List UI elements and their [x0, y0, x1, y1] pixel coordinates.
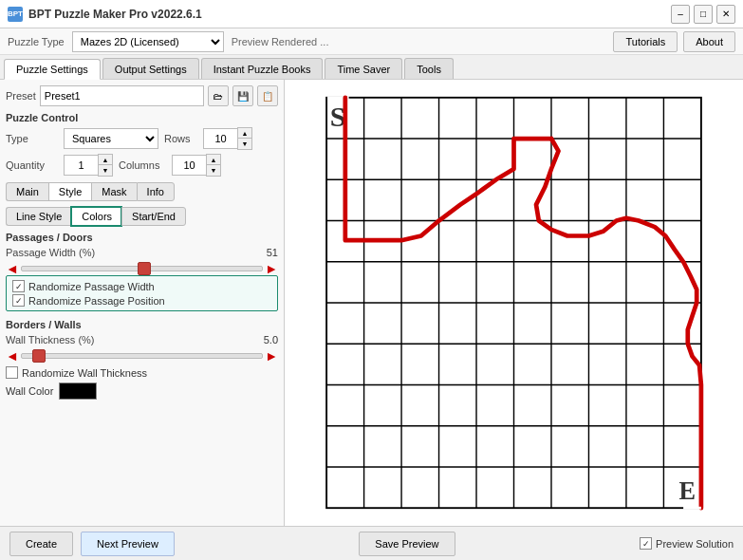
sub-tab-info[interactable]: Info [137, 182, 175, 201]
tutorials-button[interactable]: Tutorials [613, 31, 678, 52]
columns-spinners: ▲ ▼ [206, 154, 221, 177]
randomize-thickness-checkbox[interactable] [6, 366, 18, 379]
passage-width-value: 51 [251, 247, 278, 258]
preset-save-button[interactable]: 💾 [232, 85, 253, 106]
borders-label: Borders / Walls [6, 319, 278, 330]
borders-section: Borders / Walls Wall Thickness (%) 5.0 ◄… [6, 319, 278, 400]
style-tab-start-end[interactable]: Start/End [121, 207, 186, 226]
main-content: Preset 🗁 💾 📋 Puzzle Control Type Squares… [0, 80, 743, 526]
passages-label: Passages / Doors [6, 232, 278, 243]
puzzle-type-select[interactable]: Mazes 2D (Licensed) [72, 31, 224, 52]
columns-input-wrap: ▲ ▼ [172, 154, 221, 177]
quantity-down-button[interactable]: ▼ [99, 165, 112, 176]
style-tab-line-style[interactable]: Line Style [6, 207, 71, 226]
wall-thickness-left-arrow[interactable]: ◄ [6, 349, 19, 363]
wall-color-row: Wall Color [6, 383, 278, 400]
passage-width-right-arrow[interactable]: ► [265, 262, 278, 275]
maze-canvas: S E [285, 80, 743, 526]
randomize-position-checkbox[interactable] [12, 294, 25, 307]
tab-output-settings[interactable]: Output Settings [102, 58, 199, 79]
wall-thickness-label: Wall Thickness (%) [6, 334, 248, 345]
svg-text:E: E [678, 477, 696, 505]
randomize-thickness-label: Randomize Wall Thickness [22, 367, 147, 379]
puzzle-control-label: Puzzle Control [6, 112, 278, 123]
tab-time-saver[interactable]: Time Saver [325, 58, 402, 79]
passages-section: Passages / Doors Passage Width (%) 51 ◄ … [6, 232, 278, 311]
wall-color-label: Wall Color [6, 385, 53, 397]
quantity-input-wrap: ▲ ▼ [64, 154, 113, 177]
wall-thickness-value: 5.0 [251, 334, 278, 345]
style-tab-colors[interactable]: Colors [71, 207, 121, 226]
preset-folder-button[interactable]: 🗁 [208, 85, 229, 106]
rows-input-wrap: ▲ ▼ [203, 127, 252, 150]
passage-width-thumb[interactable] [138, 262, 151, 275]
columns-label: Columns [119, 159, 166, 171]
tab-puzzle-settings[interactable]: Puzzle Settings [4, 59, 101, 80]
randomize-position-label: Randomize Passage Position [28, 295, 165, 307]
puzzle-type-label: Puzzle Type [8, 36, 65, 47]
wall-color-swatch[interactable] [59, 383, 97, 400]
tab-instant-puzzle-books[interactable]: Instant Puzzle Books [201, 58, 324, 79]
columns-input[interactable] [172, 155, 206, 176]
wall-thickness-track[interactable] [21, 353, 263, 359]
next-preview-button[interactable]: Next Preview [81, 532, 175, 556]
tab-tools[interactable]: Tools [404, 58, 454, 79]
randomize-thickness-row: Randomize Wall Thickness [6, 366, 278, 379]
randomize-width-label: Randomize Passage Width [28, 281, 155, 292]
passage-width-left-arrow[interactable]: ◄ [6, 262, 19, 275]
passage-width-row: Passage Width (%) 51 [6, 247, 278, 258]
preset-saveas-button[interactable]: 📋 [257, 85, 278, 106]
preset-label: Preset [6, 90, 36, 102]
menu-bar-left: Puzzle Type Mazes 2D (Licensed) Preview … [8, 31, 602, 52]
type-row: Type Squares Rows ▲ ▼ [6, 127, 278, 150]
window-controls: – □ ✕ [671, 5, 735, 24]
preset-input[interactable] [40, 85, 204, 106]
columns-down-button[interactable]: ▼ [207, 165, 220, 176]
type-select[interactable]: Squares [64, 128, 158, 149]
puzzle-control-section: Puzzle Control Type Squares Rows ▲ ▼ Qua… [6, 112, 278, 177]
preview-solution-row: Preview Solution [640, 537, 734, 550]
save-preview-button[interactable]: Save Preview [359, 532, 455, 556]
preview-solution-checkbox[interactable] [640, 537, 652, 550]
wall-thickness-slider-wrap: ◄ ► [6, 349, 278, 363]
app-title: BPT Puzzle Maker Pro v2022.6.1 [28, 8, 671, 21]
sub-tab-main[interactable]: Main [6, 182, 48, 201]
passage-width-label: Passage Width (%) [6, 247, 248, 258]
minimize-button[interactable]: – [671, 5, 690, 24]
preview-status: Preview Rendered ... [232, 36, 329, 47]
passage-width-track[interactable] [21, 266, 263, 271]
randomize-width-row: Randomize Passage Width [12, 280, 271, 292]
quantity-input[interactable] [64, 155, 98, 176]
preview-solution-label: Preview Solution [656, 538, 734, 550]
wall-thickness-right-arrow[interactable]: ► [265, 349, 278, 363]
menu-bar-right: Tutorials About [613, 31, 735, 52]
passage-checkbox-group: Randomize Passage Width Randomize Passag… [6, 275, 278, 311]
close-button[interactable]: ✕ [716, 5, 735, 24]
about-button[interactable]: About [683, 31, 735, 52]
maze-svg: S E [285, 80, 743, 526]
left-panel: Preset 🗁 💾 📋 Puzzle Control Type Squares… [0, 80, 285, 526]
rows-down-button[interactable]: ▼ [238, 139, 251, 149]
quantity-row: Quantity ▲ ▼ Columns ▲ ▼ [6, 154, 278, 177]
type-label: Type [6, 133, 58, 144]
main-tab-bar: Puzzle Settings Output Settings Instant … [0, 55, 743, 80]
rows-input[interactable] [203, 128, 237, 149]
title-bar: BPT BPT Puzzle Maker Pro v2022.6.1 – □ ✕ [0, 0, 743, 28]
right-panel: S E [285, 80, 743, 526]
randomize-width-checkbox[interactable] [12, 280, 25, 292]
columns-up-button[interactable]: ▲ [207, 155, 220, 165]
quantity-up-button[interactable]: ▲ [99, 155, 112, 165]
sub-tab-style[interactable]: Style [48, 182, 91, 201]
bottom-bar: Create Next Preview Save Preview Preview… [0, 526, 743, 560]
passage-width-slider-wrap: ◄ ► [6, 262, 278, 275]
wall-thickness-thumb[interactable] [32, 349, 46, 363]
app-icon: BPT [8, 7, 23, 22]
rows-label: Rows [164, 133, 197, 144]
wall-thickness-row: Wall Thickness (%) 5.0 [6, 334, 278, 345]
preset-row: Preset 🗁 💾 📋 [6, 85, 278, 106]
rows-up-button[interactable]: ▲ [238, 128, 251, 139]
create-button[interactable]: Create [9, 532, 73, 556]
randomize-position-row: Randomize Passage Position [12, 294, 271, 307]
sub-tab-mask[interactable]: Mask [91, 182, 136, 201]
maximize-button[interactable]: □ [694, 5, 713, 24]
